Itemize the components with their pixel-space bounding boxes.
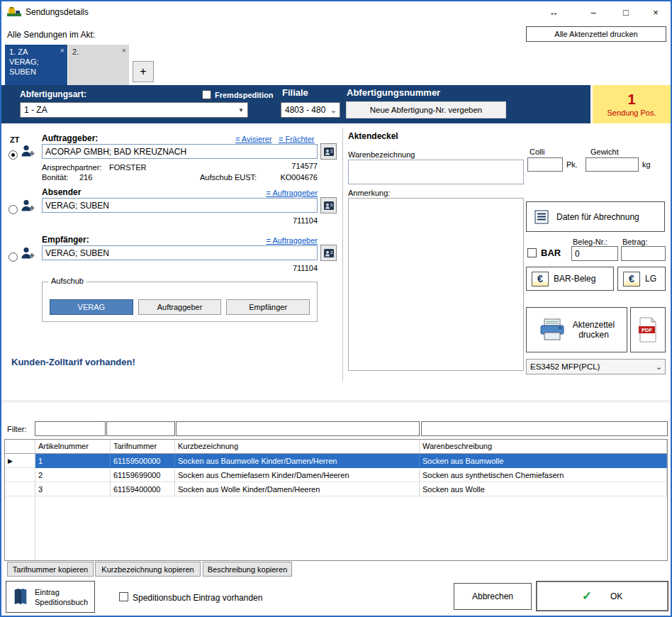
warenbezeichnung-label: Warenbezeichnung: [348, 150, 415, 159]
fraechter-link[interactable]: = Frächter: [279, 135, 314, 143]
pdf-button[interactable]: PDF: [630, 307, 666, 352]
absender-label: Absender: [42, 187, 81, 197]
bar-beleg-button[interactable]: € BAR-Beleg: [526, 267, 614, 291]
app-icon: [7, 6, 21, 18]
zt-label: ZT: [10, 135, 19, 144]
empfaenger-auftraggeber-link[interactable]: = Auftraggeber: [247, 236, 318, 245]
colli-label: Colli: [530, 148, 544, 156]
filiale-select[interactable]: 4803 - 480 ⌄: [281, 102, 340, 118]
maximize-button[interactable]: □: [614, 1, 638, 23]
filter-input-tarifnummer[interactable]: [106, 421, 175, 436]
tab1-title: 1. ZA: [9, 48, 28, 56]
tab2-close-icon[interactable]: ×: [122, 45, 126, 55]
svg-text:PDF: PDF: [642, 327, 652, 333]
ansprechpartner-value: FORSTER: [109, 163, 147, 172]
abfertigung-toolbar: Abfertigungsart: Fremdspedition Filiale …: [1, 85, 671, 123]
window-title: Sendungsdetails: [26, 7, 89, 17]
auftraggeber-contact-button[interactable]: [320, 143, 337, 160]
empfaenger-input[interactable]: [42, 245, 318, 260]
abfertigungsart-select[interactable]: 1 - ZA ▼: [20, 102, 248, 118]
copy-beschreibung-button[interactable]: Beschreibung kopieren: [203, 562, 292, 577]
column-header-tarifnummer[interactable]: Tarifnummer: [111, 440, 175, 454]
close-button[interactable]: ×: [644, 1, 668, 23]
absender-input[interactable]: [42, 198, 318, 213]
aufschub-eust-value: KO004676: [264, 173, 318, 182]
anmerkung-label: Anmerkung:: [348, 189, 390, 197]
add-tab-button[interactable]: +: [133, 61, 154, 82]
person-add-icon: [20, 143, 35, 159]
cell-kurzbezeichnung: Socken aus Chemiefasern Kinder/Damen/Hee…: [175, 468, 420, 482]
filter-input-artikelnummer[interactable]: [35, 421, 106, 436]
contact-card-icon: [323, 200, 335, 211]
ok-button[interactable]: ✓ OK: [536, 581, 668, 611]
zt-radio-empfaenger[interactable]: [9, 252, 18, 262]
aufschub-verag-button[interactable]: VERAG: [50, 299, 133, 315]
aufschub-empfaenger-button[interactable]: Empfänger: [226, 299, 310, 315]
empfaenger-contact-button[interactable]: [320, 245, 337, 261]
filiale-value: 4803 - 480: [285, 105, 325, 115]
gewicht-input[interactable]: [586, 157, 639, 172]
cell-tarifnummer: 61159699000: [111, 468, 175, 482]
copy-kurzbezeichnung-button[interactable]: Kurzbezeichnung kopieren: [95, 562, 201, 577]
speditionsbuch-checkbox[interactable]: [119, 592, 128, 601]
absender-auftraggeber-link[interactable]: = Auftraggeber: [247, 189, 318, 197]
filter-input-kurzbezeichnung[interactable]: [176, 421, 420, 436]
column-header-kurzbezeichnung[interactable]: Kurzbezeichnung: [175, 440, 420, 454]
zt-radio-absender[interactable]: [9, 205, 18, 214]
daten-abrechnung-button[interactable]: Daten für Abrechnung: [526, 201, 665, 232]
minimize-button[interactable]: –: [581, 1, 605, 23]
absender-contact-button[interactable]: [320, 197, 337, 213]
cell-warenbeschreibung: Socken aus synthetischen Chemiefasern: [420, 468, 667, 482]
cell-artikelnummer: 3: [35, 482, 111, 496]
sendung-pos-number: 1: [627, 92, 635, 106]
avisierer-link[interactable]: = Avisierer: [235, 135, 271, 143]
tab-sendung-1[interactable]: 1. ZA VERAG; SUBEN ×: [5, 45, 67, 85]
eintrag-speditionsbuch-button[interactable]: Eintrag Speditionsbuch: [6, 581, 95, 613]
printer-select[interactable]: ES3452 MFP(PCL) ⌄: [526, 359, 666, 374]
fullscreen-icon[interactable]: ↔: [542, 1, 566, 23]
print-all-aktenzettel-button[interactable]: Alle Aktenzettel drucken: [526, 26, 666, 42]
abfertigungsart-value: 1 - ZA: [24, 105, 47, 115]
cell-tarifnummer: 61159400000: [111, 482, 175, 496]
table-row[interactable]: 3 61159400000 Socken aus Wolle Kinder/Da…: [5, 482, 667, 496]
table-row[interactable]: 2 61159699000 Socken aus Chemiefasern Ki…: [5, 468, 667, 482]
column-header-warenbeschreibung[interactable]: Warenbeschreibung: [420, 440, 667, 454]
aufschub-group-label: Aufschub: [48, 277, 86, 285]
betrag-input[interactable]: [621, 246, 666, 261]
aktenzettel-drucken-button[interactable]: Aktenzettel drucken: [526, 307, 627, 352]
beleg-nr-input[interactable]: [571, 246, 618, 261]
empfaenger-number: 711104: [214, 264, 318, 272]
colli-input[interactable]: [527, 157, 563, 172]
bar-label: BAR: [541, 248, 561, 258]
auftraggeber-label: Auftraggeber:: [42, 133, 98, 143]
cell-artikelnummer: 2: [35, 468, 111, 482]
euro-icon: €: [623, 272, 640, 287]
bar-checkbox[interactable]: [527, 248, 537, 257]
filter-input-warenbeschreibung[interactable]: [421, 421, 668, 436]
zolltarif-note: Kunden-Zolltarif vorhanden!: [11, 357, 135, 367]
abfertigungsnummer-label: Abfertigungsnummer: [347, 87, 440, 98]
panel-divider: [342, 128, 343, 381]
neue-abfertigungsnummer-button[interactable]: Neue Abfertigung-Nr. vergeben: [346, 101, 506, 118]
section-separator: [1, 401, 671, 401]
copy-tarifnummer-button[interactable]: Tarifnummer kopieren: [7, 562, 94, 577]
column-header-artikelnummer[interactable]: Artikelnummer: [35, 440, 111, 454]
aktendeckel-title: Aktendeckel: [348, 131, 398, 141]
zt-radio-auftraggeber[interactable]: [9, 150, 18, 160]
beleg-nr-label: Beleg-Nr.:: [573, 238, 607, 246]
fremdspedition-checkbox[interactable]: [202, 90, 211, 99]
anmerkung-textarea[interactable]: [348, 198, 524, 371]
tab1-close-icon[interactable]: ×: [60, 45, 65, 55]
auftraggeber-input[interactable]: [42, 144, 318, 159]
main-form: ZT Auftraggeber: = Avisierer = Frächter …: [1, 123, 671, 401]
bonitaet-label: Bonität:: [42, 173, 68, 182]
table-row[interactable]: ▶ 1 61159500000 Socken aus Baumwolle Kin…: [5, 454, 667, 468]
tab2-title: 2.: [72, 48, 79, 56]
aufschub-auftraggeber-button[interactable]: Auftraggeber: [138, 299, 222, 315]
contact-card-icon: [323, 248, 335, 259]
cell-artikelnummer: 1: [35, 454, 111, 468]
warenbezeichnung-input[interactable]: [348, 160, 524, 184]
tab-sendung-2[interactable]: 2. ×: [68, 45, 129, 85]
lg-button[interactable]: € LG: [617, 267, 666, 291]
cancel-button[interactable]: Abbrechen: [454, 583, 532, 610]
